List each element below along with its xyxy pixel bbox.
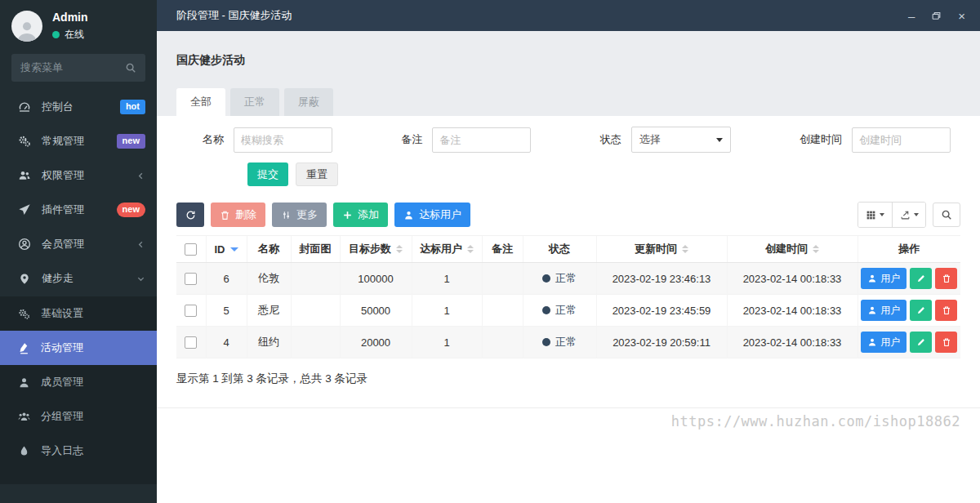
pencil-icon bbox=[916, 305, 926, 315]
cell-cover bbox=[291, 327, 340, 358]
row-edit-button[interactable] bbox=[910, 268, 932, 289]
submenu-item-activity-management[interactable]: 活动管理 bbox=[0, 331, 157, 365]
created-filter-input[interactable] bbox=[852, 127, 951, 153]
row-user-button[interactable]: 用户 bbox=[861, 332, 906, 353]
page-header: 国庆健步活动 全部 正常 屏蔽 bbox=[157, 31, 980, 116]
cell-target-steps: 20000 bbox=[340, 327, 412, 358]
cell-name: 悉尼 bbox=[247, 295, 291, 327]
submenu-item-label: 活动管理 bbox=[41, 341, 83, 355]
column-header-label: 创建时间 bbox=[765, 242, 808, 256]
status-filter-select[interactable]: 选择 bbox=[631, 127, 731, 153]
new-badge: new bbox=[117, 134, 145, 148]
sidebar-item-members[interactable]: 会员管理 bbox=[0, 227, 157, 261]
row-user-button[interactable]: 用户 bbox=[861, 268, 906, 289]
sidebar-item-walking[interactable]: 健步走 bbox=[0, 261, 157, 296]
filter-group-name: 名称 bbox=[203, 127, 332, 153]
tab-normal[interactable]: 正常 bbox=[230, 88, 279, 116]
submenu-item-group-management[interactable]: 分组管理 bbox=[0, 399, 157, 434]
column-header-created[interactable]: 创建时间 bbox=[727, 236, 858, 263]
row-actions: 用户 bbox=[858, 300, 961, 321]
table-search-button[interactable] bbox=[933, 203, 960, 227]
more-button[interactable]: 更多 bbox=[272, 203, 327, 227]
row-delete-button[interactable] bbox=[935, 268, 957, 289]
refresh-button[interactable] bbox=[176, 203, 204, 227]
column-header-id[interactable]: ID bbox=[206, 236, 247, 263]
row-edit-button[interactable] bbox=[910, 300, 932, 321]
toolbar-right bbox=[858, 202, 960, 228]
column-header-target-steps[interactable]: 目标步数 bbox=[340, 236, 412, 263]
sidebar-item-label: 权限管理 bbox=[42, 168, 136, 183]
gears-icon bbox=[18, 308, 30, 320]
cell-id: 5 bbox=[206, 295, 247, 327]
column-header-label: 达标用户 bbox=[420, 242, 462, 256]
column-header-label: 封面图 bbox=[300, 243, 332, 255]
page-content: 名称 备注 状态 选择 创建时间 bbox=[157, 116, 980, 503]
reset-button[interactable]: 重置 bbox=[296, 162, 338, 186]
reach-users-button[interactable]: 达标用户 bbox=[394, 203, 470, 227]
cell-updated-at: 2023-02-19 23:45:59 bbox=[596, 295, 727, 327]
user-icon bbox=[18, 376, 30, 389]
table-toolbar: 删除 更多 添加 达标用户 bbox=[176, 202, 960, 228]
minimize-button[interactable]: – bbox=[908, 10, 915, 22]
sidebar-item-label: 健步走 bbox=[42, 271, 136, 286]
row-checkbox[interactable] bbox=[185, 273, 197, 285]
column-header-remark: 备注 bbox=[482, 236, 523, 263]
maximize-button[interactable] bbox=[931, 11, 942, 21]
column-header-reach-users[interactable]: 达标用户 bbox=[412, 236, 482, 263]
row-delete-button[interactable] bbox=[935, 332, 957, 353]
chevron-down-icon bbox=[136, 274, 145, 283]
pencil-icon bbox=[916, 337, 926, 347]
close-button[interactable]: × bbox=[958, 10, 965, 22]
sidebar-item-label: 插件管理 bbox=[42, 203, 117, 217]
user-profile: Admin 在线 bbox=[0, 0, 157, 49]
grid-icon bbox=[866, 210, 876, 220]
sidebar-search-input[interactable]: 搜索菜单 bbox=[11, 54, 145, 82]
user-status: 在线 bbox=[52, 28, 88, 42]
status-select-value: 选择 bbox=[639, 132, 661, 147]
tab-blocked[interactable]: 屏蔽 bbox=[284, 88, 333, 116]
sidebar-item-plugins[interactable]: 插件管理 new bbox=[0, 193, 157, 227]
sidebar-item-general[interactable]: 常规管理 new bbox=[0, 124, 157, 158]
sidebar-item-label: 会员管理 bbox=[42, 237, 136, 252]
toolbar-options-group bbox=[858, 202, 926, 228]
column-header-actions: 操作 bbox=[858, 236, 960, 263]
name-filter-label: 名称 bbox=[203, 132, 224, 147]
created-filter-label: 创建时间 bbox=[800, 132, 842, 147]
name-filter-input[interactable] bbox=[234, 127, 332, 153]
avatar[interactable] bbox=[11, 11, 42, 42]
sidebar-item-console[interactable]: 控制台 hot bbox=[0, 90, 157, 124]
plus-icon bbox=[342, 210, 353, 220]
columns-dropdown-button[interactable] bbox=[858, 203, 892, 227]
row-delete-button[interactable] bbox=[935, 300, 957, 321]
cell-remark bbox=[482, 327, 523, 358]
submit-button[interactable]: 提交 bbox=[247, 162, 288, 186]
delete-button[interactable]: 删除 bbox=[211, 203, 265, 227]
submenu-item-label: 基础设置 bbox=[41, 306, 83, 321]
row-edit-button[interactable] bbox=[910, 332, 932, 353]
submenu-item-basic-settings[interactable]: 基础设置 bbox=[0, 296, 157, 331]
trash-icon bbox=[220, 210, 230, 220]
submenu-item-import-log[interactable]: 导入日志 bbox=[0, 434, 157, 468]
column-header-updated[interactable]: 更新时间 bbox=[596, 236, 727, 263]
column-header-label: 操作 bbox=[898, 243, 920, 255]
toolbar-left: 删除 更多 添加 达标用户 bbox=[176, 203, 470, 227]
row-checkbox[interactable] bbox=[185, 336, 197, 349]
caret-down-icon bbox=[914, 213, 919, 216]
gears-icon bbox=[17, 135, 31, 149]
sidebar-item-permissions[interactable]: 权限管理 bbox=[0, 158, 157, 193]
row-checkbox[interactable] bbox=[185, 305, 197, 317]
add-button[interactable]: 添加 bbox=[333, 203, 388, 227]
export-dropdown-button[interactable] bbox=[892, 203, 925, 227]
remark-filter-input[interactable] bbox=[432, 127, 531, 153]
chevron-left-icon bbox=[136, 240, 145, 249]
cell-created-at: 2023-02-14 00:18:33 bbox=[727, 327, 858, 358]
row-user-button[interactable]: 用户 bbox=[861, 300, 906, 321]
export-icon bbox=[900, 210, 911, 220]
divider bbox=[157, 407, 980, 408]
tab-all[interactable]: 全部 bbox=[176, 88, 225, 116]
submenu-item-member-management[interactable]: 成员管理 bbox=[0, 365, 157, 399]
select-all-checkbox[interactable] bbox=[185, 243, 197, 256]
table-header-row: ID 名称 封面图 目标步数 达标用户 备注 状态 更新时间 创建时间 操作 bbox=[176, 236, 960, 263]
sidebar-item-label: 控制台 bbox=[42, 100, 120, 114]
status-dot-icon bbox=[542, 338, 550, 346]
